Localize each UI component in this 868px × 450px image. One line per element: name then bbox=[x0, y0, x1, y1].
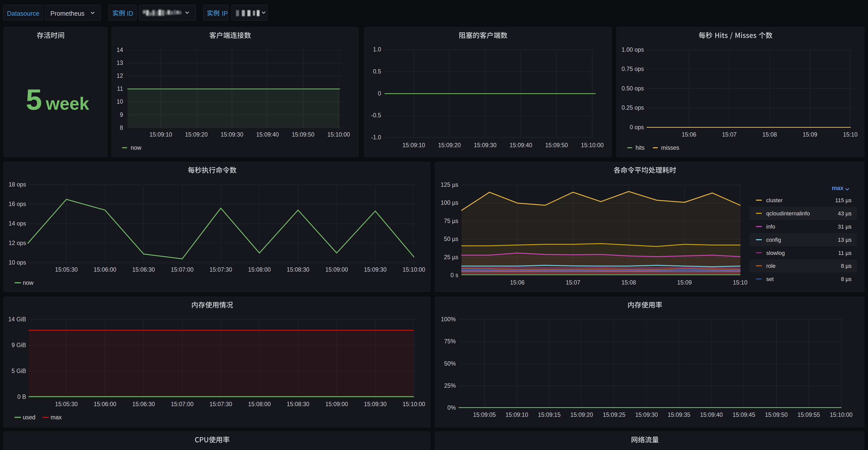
svg-text:cluster: cluster bbox=[766, 197, 783, 204]
svg-text:15:10: 15:10 bbox=[843, 131, 858, 138]
svg-text:13: 13 bbox=[117, 60, 123, 66]
svg-text:15:09:20: 15:09:20 bbox=[185, 131, 208, 138]
svg-text:15:09:50: 15:09:50 bbox=[545, 142, 568, 148]
svg-text:15:09:20: 15:09:20 bbox=[438, 142, 461, 148]
svg-text:15:09:30: 15:09:30 bbox=[364, 401, 386, 408]
svg-text:15:09:10: 15:09:10 bbox=[149, 131, 172, 138]
svg-text:15:10: 15:10 bbox=[733, 279, 747, 286]
svg-text:8 µs: 8 µs bbox=[841, 276, 851, 282]
svg-text:11 µs: 11 µs bbox=[838, 250, 851, 256]
svg-text:0.75 ops: 0.75 ops bbox=[622, 66, 644, 72]
svg-text:15:07:30: 15:07:30 bbox=[209, 266, 232, 273]
svg-text:0: 0 bbox=[378, 90, 381, 97]
svg-text:15:07:00: 15:07:00 bbox=[171, 266, 194, 273]
svg-text:role: role bbox=[766, 263, 776, 269]
svg-text:15:07: 15:07 bbox=[566, 279, 580, 286]
svg-text:15:06:00: 15:06:00 bbox=[94, 401, 117, 408]
svg-text:8: 8 bbox=[120, 124, 123, 131]
svg-text:0%: 0% bbox=[447, 404, 456, 411]
svg-text:0.50 ops: 0.50 ops bbox=[622, 85, 644, 92]
svg-text:0 B: 0 B bbox=[17, 393, 26, 400]
svg-text:15:09:00: 15:09:00 bbox=[326, 266, 348, 273]
svg-text:15:09:10: 15:09:10 bbox=[402, 142, 425, 148]
svg-text:ID: ID bbox=[127, 10, 133, 17]
svg-text:15:10:00: 15:10:00 bbox=[581, 142, 603, 148]
svg-text:qcloudinternalinfo: qcloudinternalinfo bbox=[766, 210, 810, 217]
svg-text:75%: 75% bbox=[444, 338, 456, 344]
svg-text:5 GiB: 5 GiB bbox=[11, 368, 26, 374]
svg-text:15:10:00: 15:10:00 bbox=[403, 401, 425, 408]
svg-text:15:07:00: 15:07:00 bbox=[171, 401, 194, 408]
svg-text:9: 9 bbox=[120, 112, 123, 118]
svg-text:0 ops: 0 ops bbox=[630, 124, 644, 130]
svg-text:15:09: 15:09 bbox=[803, 131, 817, 138]
svg-text:-0.5: -0.5 bbox=[371, 112, 381, 119]
svg-text:0.25 ops: 0.25 ops bbox=[622, 104, 644, 111]
svg-text:now: now bbox=[131, 144, 142, 151]
svg-text:8 µs: 8 µs bbox=[841, 263, 851, 269]
svg-text:15:09:30: 15:09:30 bbox=[221, 131, 243, 138]
svg-text:15:09:45: 15:09:45 bbox=[733, 412, 755, 418]
svg-text:15:07:30: 15:07:30 bbox=[209, 401, 232, 408]
svg-text:used: used bbox=[23, 414, 35, 421]
svg-text:15:06: 15:06 bbox=[682, 131, 696, 138]
svg-text:15:09:35: 15:09:35 bbox=[668, 412, 690, 418]
svg-text:config: config bbox=[766, 237, 781, 243]
svg-text:15:09:40: 15:09:40 bbox=[700, 412, 723, 418]
svg-text:misses: misses bbox=[661, 144, 679, 151]
svg-text:now: now bbox=[23, 279, 34, 286]
svg-text:25%: 25% bbox=[444, 382, 456, 389]
svg-text:15:06:30: 15:06:30 bbox=[132, 266, 155, 273]
svg-text:15:05:30: 15:05:30 bbox=[55, 266, 78, 273]
svg-text:5week: 5week bbox=[26, 83, 89, 116]
svg-text:15:09:40: 15:09:40 bbox=[509, 142, 532, 148]
svg-text:15:09:05: 15:09:05 bbox=[473, 412, 496, 418]
svg-text:25 µs: 25 µs bbox=[444, 254, 458, 261]
svg-text:15:08: 15:08 bbox=[621, 279, 636, 286]
svg-text:15:07: 15:07 bbox=[722, 131, 737, 138]
svg-text:15:09:30: 15:09:30 bbox=[635, 412, 658, 418]
svg-text:info: info bbox=[766, 223, 775, 230]
svg-text:75 µs: 75 µs bbox=[444, 218, 458, 224]
svg-text:hits: hits bbox=[636, 144, 645, 151]
svg-text:15:06:00: 15:06:00 bbox=[94, 266, 117, 273]
svg-text:12 ops: 12 ops bbox=[9, 240, 26, 246]
svg-text:15:09:20: 15:09:20 bbox=[570, 412, 593, 418]
svg-text:14 ops: 14 ops bbox=[9, 220, 26, 227]
svg-text:100%: 100% bbox=[441, 316, 456, 323]
svg-text:15:09:00: 15:09:00 bbox=[326, 401, 348, 408]
svg-text:18 ops: 18 ops bbox=[9, 181, 26, 188]
svg-text:0 s: 0 s bbox=[451, 272, 458, 278]
svg-text:15:09:30: 15:09:30 bbox=[364, 266, 386, 273]
svg-text:9 GiB: 9 GiB bbox=[11, 342, 26, 349]
svg-text:set: set bbox=[766, 276, 774, 282]
svg-text:10: 10 bbox=[117, 98, 123, 105]
svg-text:16 ops: 16 ops bbox=[9, 201, 26, 207]
svg-text:Prometheus: Prometheus bbox=[51, 10, 85, 17]
svg-text:15:09:40: 15:09:40 bbox=[256, 131, 279, 138]
svg-text:14: 14 bbox=[117, 47, 123, 53]
svg-text:15:06:30: 15:06:30 bbox=[132, 401, 155, 408]
svg-text:50 µs: 50 µs bbox=[444, 236, 458, 242]
svg-text:15:08:00: 15:08:00 bbox=[248, 401, 271, 408]
svg-text:13 µs: 13 µs bbox=[838, 237, 851, 243]
svg-text:slowlog: slowlog bbox=[766, 250, 785, 256]
svg-text:15:08: 15:08 bbox=[763, 131, 777, 138]
svg-text:15:10:00: 15:10:00 bbox=[328, 131, 350, 138]
svg-text:15:09: 15:09 bbox=[677, 279, 692, 286]
svg-text:15:09:10: 15:09:10 bbox=[505, 412, 528, 418]
svg-text:15:10:00: 15:10:00 bbox=[830, 412, 852, 418]
svg-text:100 µs: 100 µs bbox=[441, 200, 458, 206]
svg-text:Datasource: Datasource bbox=[7, 10, 39, 17]
svg-text:0.5: 0.5 bbox=[373, 68, 381, 75]
svg-text:15:08:30: 15:08:30 bbox=[287, 401, 309, 408]
svg-text:14 GiB: 14 GiB bbox=[8, 316, 26, 323]
svg-text:IP: IP bbox=[222, 10, 228, 17]
svg-text:43 µs: 43 µs bbox=[838, 210, 851, 217]
svg-text:15:08:00: 15:08:00 bbox=[248, 266, 271, 273]
svg-text:15:09:50: 15:09:50 bbox=[765, 412, 788, 418]
svg-text:31 µs: 31 µs bbox=[838, 223, 851, 230]
svg-text:50%: 50% bbox=[444, 360, 456, 367]
svg-text:11: 11 bbox=[117, 85, 123, 92]
svg-text:15:09:15: 15:09:15 bbox=[538, 412, 561, 418]
